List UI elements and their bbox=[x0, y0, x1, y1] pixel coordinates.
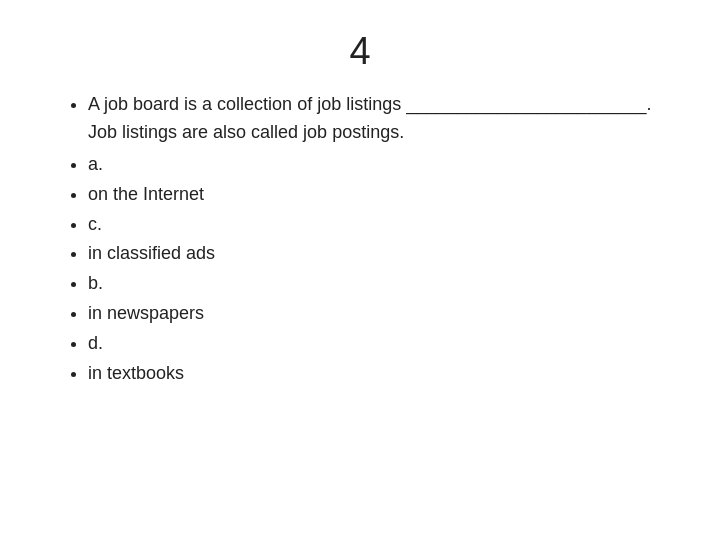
a-label-text: a. bbox=[88, 154, 103, 174]
intro-text: A job board is a collection of job listi… bbox=[88, 94, 651, 142]
c-label-text: c. bbox=[88, 214, 102, 234]
in-newspapers-text: in newspapers bbox=[88, 303, 204, 323]
in-textbooks-text: in textbooks bbox=[88, 363, 184, 383]
slide-number: 4 bbox=[349, 30, 370, 73]
list-item-d-label: d. bbox=[88, 330, 670, 358]
list-item-b-label: b. bbox=[88, 270, 670, 298]
list-item-on-internet: on the Internet bbox=[88, 181, 670, 209]
list-item-c-label: c. bbox=[88, 211, 670, 239]
list-item-in-textbooks: in textbooks bbox=[88, 360, 670, 388]
b-label-text: b. bbox=[88, 273, 103, 293]
bullet-list: A job board is a collection of job listi… bbox=[60, 91, 670, 388]
d-label-text: d. bbox=[88, 333, 103, 353]
slide-page: 4 A job board is a collection of job lis… bbox=[0, 0, 720, 540]
list-item-a-label: a. bbox=[88, 151, 670, 179]
on-internet-text: on the Internet bbox=[88, 184, 204, 204]
list-item-in-newspapers: in newspapers bbox=[88, 300, 670, 328]
classified-ads-text: in classified ads bbox=[88, 243, 215, 263]
list-item-classified-ads: in classified ads bbox=[88, 240, 670, 268]
slide-content: A job board is a collection of job listi… bbox=[50, 91, 670, 390]
list-item-intro: A job board is a collection of job listi… bbox=[88, 91, 670, 147]
